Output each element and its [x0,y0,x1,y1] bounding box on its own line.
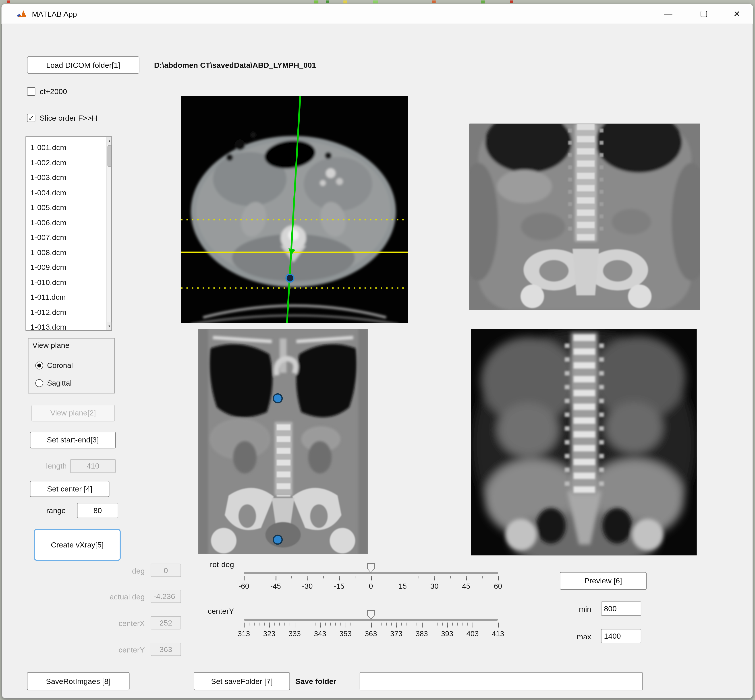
maximize-button[interactable] [692,4,715,23]
tick-label: 373 [390,630,403,638]
file-list-scrollbar[interactable]: ▲ ▼ [107,137,111,330]
preview-button[interactable]: Preview [6] [560,572,647,590]
centerx-label: centerX [88,617,145,630]
centerx-field[interactable] [150,616,181,629]
radio-coronal[interactable]: Coronal [35,361,73,369]
tick-label: 353 [339,630,352,638]
deg-field[interactable] [150,564,181,577]
scrollbar-thumb[interactable] [107,145,111,167]
close-icon: ✕ [733,9,740,19]
list-item[interactable]: 1-009.dcm [26,260,107,275]
window-title: MATLAB App [32,4,77,24]
centery-slider-thumb[interactable] [367,610,375,620]
save-folder-field[interactable] [360,672,643,690]
max-field[interactable] [601,629,641,643]
desktop-artifact [432,0,436,3]
tick-label: 363 [365,630,377,638]
tick-label: 30 [431,582,439,590]
tick-label: 45 [462,582,470,590]
dicom-file-list[interactable]: 1-001.dcm 1-002.dcm 1-003.dcm 1-004.dcm … [25,136,112,331]
desktop-artifact [326,0,329,3]
slice-order-label: Slice order F>>H [40,113,97,123]
view-plane-panel: View plane Coronal Sagittal [28,338,115,394]
slice-order-checkbox[interactable]: ✓ [27,114,35,122]
list-item[interactable]: 1-007.dcm [26,230,107,245]
view-plane-panel-title: View plane [28,339,114,352]
max-label: max [559,630,591,644]
list-item[interactable]: 1-012.dcm [26,305,107,320]
centery-field[interactable] [150,643,181,656]
desktop-artifact [373,0,378,3]
actual-deg-field[interactable] [150,590,181,603]
set-save-folder-button[interactable]: Set saveFolder [7] [194,672,290,690]
start-marker-blue[interactable] [273,394,282,403]
list-item[interactable]: 1-010.dcm [26,275,107,290]
tick-label: 0 [369,582,373,590]
rot-deg-slider-thumb[interactable] [367,563,375,573]
list-item[interactable]: 1-008.dcm [26,245,107,260]
minimize-button[interactable]: — [657,4,679,23]
range-field[interactable] [77,503,118,518]
radio-sagittal-circle[interactable] [35,379,43,387]
tick-label: 60 [494,582,502,590]
set-center-button[interactable]: Set center [4] [30,481,109,497]
scroll-down-icon[interactable]: ▼ [107,322,112,330]
end-marker-blue[interactable] [273,535,282,544]
file-list-items: 1-001.dcm 1-002.dcm 1-003.dcm 1-004.dcm … [26,140,107,330]
ct2000-label: ct+2000 [40,86,67,97]
tick-label: 313 [238,630,250,638]
radio-sagittal[interactable]: Sagittal [35,379,72,387]
slice-order-check-glyph: ✓ [28,114,34,122]
centery-tick-labels: 313 323 333 343 353 363 373 383 393 403 … [244,630,498,639]
create-vxray-button[interactable]: Create vXray[5] [34,529,121,561]
desktop-artifact [314,0,318,3]
tick-label: -30 [302,582,313,590]
save-folder-label: Save folder [295,672,354,690]
axial-ct-image[interactable] [181,96,408,323]
app-root: MATLAB App — ✕ Load DICOM folder[1] D:\a… [0,0,755,700]
desktop-artifact [510,0,513,3]
tick-label: -60 [238,582,249,590]
save-rot-images-button[interactable]: SaveRotImgaes [8] [27,672,130,690]
list-item[interactable]: 1-002.dcm [26,155,107,170]
centery-slider[interactable]: 313 323 333 343 353 363 373 383 393 403 … [244,615,498,646]
tick-label: -15 [334,582,345,590]
centery-minor-ticks [244,623,499,625]
maximize-icon [700,11,707,17]
dicom-path-text: D:\abdomen CT\savedData\ABD_LYMPH_001 [154,56,507,73]
list-item[interactable]: 1-004.dcm [26,185,107,200]
min-field[interactable] [601,602,641,616]
list-item[interactable]: 1-003.dcm [26,170,107,185]
tick-label: 343 [314,630,326,638]
desktop-artifact [7,0,10,3]
actual-deg-label: actual deg [88,590,145,603]
rot-deg-tick-labels: -60 -45 -30 -15 0 15 30 45 60 [244,582,498,592]
list-item[interactable]: 1-006.dcm [26,215,107,230]
coronal-ct-image[interactable] [470,123,700,310]
radio-coronal-label: Coronal [47,361,73,369]
view-plane-button[interactable]: View plane[2] [31,405,115,422]
center-marker-blue[interactable] [286,274,294,282]
rot-deg-slider[interactable]: -60 -45 -30 -15 0 15 30 45 60 [244,568,498,600]
list-item[interactable]: 1-005.dcm [26,200,107,215]
length-field[interactable] [70,459,116,473]
deg-label: deg [88,564,145,577]
length-label: length [30,459,67,473]
title-bar[interactable]: MATLAB App — ✕ [2,4,753,24]
virtual-xray-image[interactable] [471,329,697,555]
rot-deg-slider-label: rot-deg [191,559,234,571]
set-start-end-button[interactable]: Set start-end[3] [30,432,116,448]
list-item[interactable]: 1-011.dcm [26,290,107,305]
load-dicom-folder-button[interactable]: Load DICOM folder[1] [27,56,139,73]
coronal-marker-image[interactable] [198,329,368,555]
radio-coronal-circle[interactable] [35,361,43,369]
list-item[interactable]: 1-001.dcm [26,140,107,155]
tick-label: 403 [467,630,479,638]
ct2000-checkbox[interactable] [27,88,35,96]
scroll-up-icon[interactable]: ▲ [107,137,112,145]
close-button[interactable]: ✕ [725,4,748,23]
centery-slider-label: centerY [187,605,234,617]
desktop-artifact [481,0,485,3]
list-item[interactable]: 1-013.dcm [26,320,107,330]
tick-label: 383 [416,630,428,638]
